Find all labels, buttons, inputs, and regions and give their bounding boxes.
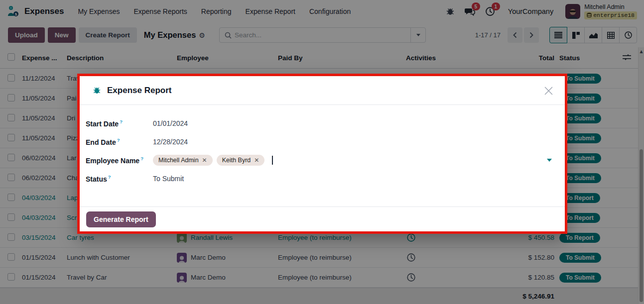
help-question-icon: ?	[117, 137, 120, 143]
dialog-footer: Generate Report	[80, 206, 565, 231]
dialog-body: Start Date? 01/01/2024 End Date? 12/28/2…	[80, 105, 565, 206]
generate-report-button[interactable]: Generate Report	[86, 211, 156, 227]
status-label: Status	[86, 175, 107, 183]
help-question-icon: ?	[120, 119, 123, 124]
employee-name-label: Employee Name	[86, 157, 139, 165]
status-field-row: Status? To Submit	[86, 173, 565, 185]
dialog-title: Expense Report	[107, 86, 171, 96]
end-date-field-row: End Date? 12/28/2024	[86, 136, 565, 148]
remove-tag-icon[interactable]: ✕	[202, 157, 207, 163]
text-cursor	[272, 156, 273, 165]
remove-tag-icon[interactable]: ✕	[254, 157, 259, 163]
employee-tag: Mitchell Admin ✕	[153, 155, 213, 166]
screen: $ Expenses My Expenses Expense Reports R…	[0, 0, 644, 304]
status-value[interactable]: To Submit	[153, 175, 184, 183]
close-icon[interactable]	[542, 84, 555, 97]
employee-name-field-row: Employee Name? Mitchell Admin ✕ Keith By…	[86, 154, 565, 166]
start-date-value[interactable]: 01/01/2024	[153, 119, 188, 127]
employee-dropdown-caret-icon[interactable]	[547, 159, 552, 162]
dialog-header: Expense Report	[80, 76, 565, 105]
end-date-label: End Date	[86, 138, 116, 146]
expense-report-dialog: Expense Report Start Date? 01/01/2024 En…	[77, 74, 567, 234]
help-question-icon: ?	[108, 174, 111, 180]
help-question-icon: ?	[140, 156, 143, 161]
end-date-value[interactable]: 12/28/2024	[153, 138, 188, 146]
employee-tags-input[interactable]: Mitchell Admin ✕ Keith Byrd ✕	[153, 155, 273, 166]
bug-icon	[93, 86, 101, 95]
start-date-field-row: Start Date? 01/01/2024	[86, 117, 565, 129]
employee-tag: Keith Byrd ✕	[217, 155, 265, 166]
start-date-label: Start Date	[86, 120, 119, 128]
